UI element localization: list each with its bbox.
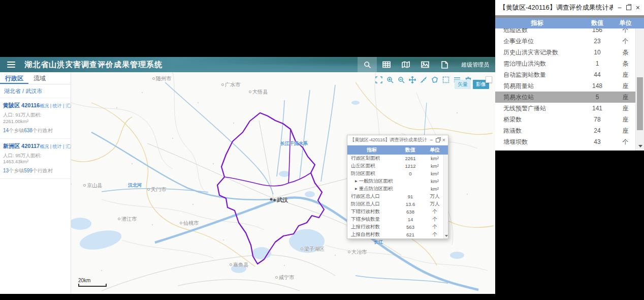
breadcrumb-city[interactable]: 武汉市 — [25, 88, 42, 94]
table-row[interactable]: 危险区数156个 — [495, 28, 635, 36]
minimize-icon[interactable]: − — [430, 137, 433, 143]
image-icon[interactable] — [415, 57, 435, 72]
table-row[interactable]: 上报自然村数621个 — [347, 231, 448, 238]
cell-unit: km² — [425, 163, 445, 169]
place-label: 咸宁市 — [275, 274, 294, 281]
place-marker-icon — [118, 218, 120, 220]
scale-bar: 20km — [78, 278, 107, 287]
cell-unit: 个 — [425, 231, 445, 238]
stats-panel-window[interactable]: 【黄陂区-420116】调查评价成果统计表 − × 指标 数值 单位 危险区数1… — [495, 0, 644, 151]
table-row[interactable]: 企事业单位23个 — [495, 36, 635, 47]
table-row[interactable]: 山丘区面积1212km² — [347, 162, 448, 170]
cell-value: 1 — [579, 60, 616, 67]
table-row[interactable]: 需治理山洪沟数1条 — [495, 58, 635, 69]
table-row[interactable]: 行政区总人口91万人 — [347, 193, 448, 200]
tab-admin-region[interactable]: 行政区 — [0, 72, 28, 84]
place-marker-icon — [348, 251, 350, 253]
extent-icon[interactable] — [375, 76, 382, 83]
scroll-down-icon[interactable] — [445, 235, 448, 237]
table-row[interactable]: 下辖行政村数638个 — [347, 208, 448, 216]
map-toolbar: 矢量 影像 — [375, 76, 472, 83]
close-icon[interactable]: × — [636, 4, 640, 11]
cell-label: 下辖乡镇数量 — [347, 216, 396, 223]
cell-label: 无线预警广播站 — [495, 104, 579, 113]
table-row[interactable]: 防治区总人口13.6万人 — [347, 200, 448, 208]
cell-unit: km² — [425, 186, 445, 192]
table-row[interactable]: 自动监测站数量44座 — [495, 69, 635, 80]
zoom-out-icon[interactable] — [397, 76, 405, 83]
cell-label: 上报自然村数 — [347, 231, 396, 238]
table-row[interactable]: 桥梁数78座 — [495, 114, 635, 125]
cell-label: 路涵数 — [495, 127, 579, 135]
scrollbar-thumb[interactable] — [637, 77, 643, 130]
col-unit: 单位 — [616, 19, 635, 27]
maximize-icon[interactable] — [436, 138, 440, 142]
table-row[interactable]: ▶重点防治区面积km² — [347, 185, 448, 193]
pan-icon[interactable] — [408, 76, 416, 83]
table-row[interactable]: 防治区面积0km² — [347, 170, 448, 177]
expand-arrow-icon[interactable]: ▶ — [355, 187, 358, 190]
cell-value: 148 — [579, 82, 616, 89]
stats-dialog[interactable]: 【黄陂区-420116】调查评价成果统计表 − × 指标 数值 单位 行政区划面… — [347, 135, 448, 239]
link-statistics[interactable]: 统计 — [53, 103, 62, 108]
table-row[interactable]: 下辖乡镇数量14个 — [347, 216, 448, 223]
table-row[interactable]: 上报行政村数563个 — [347, 223, 448, 231]
map-canvas[interactable]: 随州市广水市大悟县京山县天门市潜江市仙桃市嘉鱼县咸宁市梁子湖区大冶市武汉长江干流… — [71, 72, 495, 294]
zoom-in-icon[interactable] — [386, 76, 394, 83]
cell-value: 10 — [579, 49, 616, 56]
table-row[interactable]: ▶一般防治区面积km² — [347, 177, 448, 185]
region-name: 新洲区 420117 — [3, 142, 40, 150]
cell-unit: km² — [425, 156, 445, 161]
cell-unit: 万人 — [425, 193, 445, 200]
table-row[interactable]: 简易雨量站148座 — [495, 80, 635, 92]
minimize-icon[interactable]: − — [618, 4, 622, 11]
basemap-vector-button[interactable]: 矢量 — [455, 80, 471, 89]
breadcrumb-province[interactable]: 湖北省 — [4, 88, 21, 94]
region-card-huangpi[interactable]: 黄陂区 420116 概况 | 统计 | 汇总 人口: 91万人面积: 2261… — [0, 98, 71, 139]
link-overview[interactable]: 概况 — [40, 144, 49, 149]
table-row[interactable]: 简易水位站5座 — [495, 92, 635, 103]
map-icon[interactable] — [396, 57, 415, 72]
close-icon[interactable]: × — [442, 137, 445, 143]
expand-arrow-icon[interactable]: ▶ — [355, 179, 358, 183]
cell-value: 141 — [579, 105, 616, 112]
sidebar-tabs: 行政区 流域 — [0, 72, 71, 84]
table-row[interactable]: 塘堰坝数43个 — [495, 136, 635, 147]
panel-scrollbar[interactable] — [635, 28, 644, 151]
tab-watershed[interactable]: 流域 — [28, 72, 51, 84]
table-row[interactable]: 无线预警广播站141座 — [495, 103, 635, 114]
user-role-label[interactable]: 超级管理员 — [461, 61, 489, 69]
cell-label: 行政区划面积 — [347, 155, 396, 162]
place-label: 梁子湖区 — [301, 246, 325, 253]
table-row[interactable]: 历史山洪灾害记录数10条 — [495, 47, 635, 58]
place-marker-icon — [301, 248, 303, 250]
measure-icon[interactable] — [420, 76, 427, 83]
region-links: 概况 | 统计 | 汇总 — [40, 143, 75, 150]
cell-label: 桥梁数 — [495, 115, 579, 124]
table-row[interactable]: 行政区划面积2261km² — [347, 155, 448, 162]
region-card-xinzhou[interactable]: 新洲区 420117 概况 | 统计 | 汇总 人口: 95万人面积: 1463… — [0, 139, 71, 179]
cell-value: 23 — [579, 38, 616, 45]
scroll-down-icon[interactable] — [638, 145, 642, 147]
link-statistics[interactable]: 统计 — [53, 144, 62, 149]
draw-polygon-icon[interactable] — [431, 76, 438, 83]
hamburger-menu-icon[interactable] — [7, 60, 15, 69]
cell-label: ▶一般防治区面积 — [347, 178, 396, 185]
overview-map-toggle[interactable] — [486, 76, 492, 83]
search-icon[interactable] — [358, 57, 377, 72]
cell-value: 43 — [579, 138, 616, 145]
table-row[interactable]: 路涵数24座 — [495, 125, 635, 136]
dialog-title: 【黄陂区-420116】调查评价成果统计表 — [350, 137, 427, 143]
cell-unit: km² — [425, 178, 445, 184]
cell-unit: km² — [425, 171, 445, 176]
link-overview[interactable]: 概况 — [40, 103, 49, 108]
export-document-icon[interactable] — [435, 57, 454, 72]
maximize-icon[interactable] — [626, 5, 631, 10]
select-icon[interactable] — [442, 76, 449, 83]
panel-title: 【黄陂区-420116】调查评价成果统计表 — [499, 3, 613, 12]
table-icon[interactable] — [377, 57, 396, 72]
cell-unit: 个 — [425, 216, 445, 223]
region-links: 概况 | 统计 | 汇总 — [40, 103, 75, 109]
cell-value: 24 — [579, 127, 616, 134]
dialog-scrollbar[interactable] — [443, 155, 448, 238]
